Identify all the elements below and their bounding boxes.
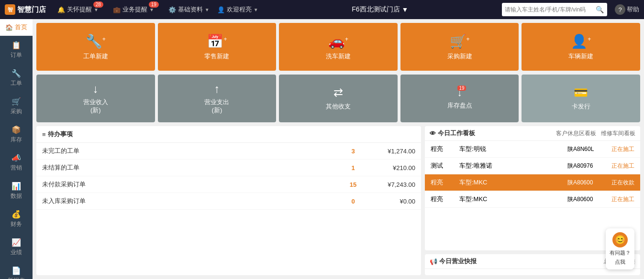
sidebar-item-newreports[interactable]: 📄 新报表	[0, 261, 33, 279]
logo[interactable]: 智 智慧门店	[5, 4, 46, 15]
sidebar-item-workorder[interactable]: 🔧 工单	[0, 64, 33, 92]
performance-icon: 📈	[11, 238, 21, 247]
todo-table: 未完工的工单 3 ¥1,274.00 未结算的工单 1 ¥210.00 未付款采…	[36, 143, 421, 275]
sales-title: 📢 今日营业快报	[430, 257, 604, 266]
todo-panel: ≡ 待办事项 未完工的工单 3 ¥1,274.00 未结算的工单 1 ¥210.…	[36, 126, 421, 275]
question-icon: ?	[615, 4, 625, 15]
search-icon[interactable]: 🔍	[596, 6, 604, 13]
marketing-icon: 📣	[11, 153, 21, 162]
sidebar-home[interactable]: 🏠 首页	[0, 19, 33, 36]
help-bubble[interactable]: 😊 有问题？ 点我	[606, 228, 634, 269]
nav-remind[interactable]: 🔔 关怀提醒 28 ▼	[57, 5, 99, 14]
search-box[interactable]: 🔍	[502, 3, 607, 16]
card-icon: 💳	[574, 86, 588, 99]
car-plus-icon: 🚗+	[328, 33, 348, 49]
finance-icon: 💰	[11, 210, 21, 219]
wb-row[interactable]: 程亮 车型:MKC 陕A80600 正在施工	[425, 191, 640, 208]
remind-badge: 28	[93, 1, 103, 8]
workorder-icon: 🔧	[11, 69, 21, 78]
eye-icon: 👁	[430, 130, 436, 137]
data-icon: 📊	[11, 182, 21, 191]
wb-row[interactable]: 程亮 车型:明锐 陕A8N60L 正在施工	[425, 141, 640, 158]
nav-basic[interactable]: ⚙️ 基础资料 ▼	[168, 5, 210, 14]
briefcase-icon: 💼	[113, 6, 121, 13]
new-vehicle-button[interactable]: 👤+ 车辆新建	[522, 23, 640, 71]
person-plus-icon: 👤+	[571, 33, 591, 49]
content-area: 🔧+ 工单新建 📅+ 零售新建 🚗+ 洗车新建 🛒+ 采购新建 👤+ 车辆新建	[33, 19, 644, 279]
purchase-icon: 🛒	[11, 97, 21, 106]
sales-right-col: 今日进厂 1 台次 今日出厂 0 台次	[537, 275, 634, 275]
sidebar-item-inventory[interactable]: 📦 库存	[0, 120, 33, 149]
todo-row[interactable]: 未入库采购订单 0 ¥0.00	[36, 193, 421, 210]
work-board-header: 👁 今日工作看板 客户休息区看板 维修车间看板	[425, 126, 640, 141]
work-board-title: 👁 今日工作看板	[430, 129, 551, 138]
other-income-button[interactable]: ⇄ 其他收支	[279, 75, 398, 122]
sales-income: 今日收入 0.00 元	[431, 275, 528, 275]
order-icon: 📋	[11, 41, 21, 50]
sidebar-item-marketing[interactable]: 📣 营销	[0, 149, 33, 177]
business-badge: 19	[149, 1, 159, 8]
expense-icon: ↑	[214, 82, 220, 96]
user-icon: 👤	[217, 6, 225, 13]
new-purchase-button[interactable]: 🛒+ 采购新建	[400, 23, 519, 71]
sidebar-item-performance[interactable]: 📈 业绩	[0, 233, 33, 261]
todo-icon: ≡	[42, 131, 46, 138]
sales-enter: 今日进厂 1 台次	[537, 275, 634, 275]
todo-header: ≡ 待办事项	[36, 126, 421, 143]
new-retail-button[interactable]: 📅+ 零售新建	[158, 23, 277, 71]
main-layout: 🏠 首页 📋 订单 🔧 工单 🛒 采购 📦 库存 📣 营销 📊 数据 💰	[0, 19, 644, 279]
cart-plus-icon: 🛒+	[450, 33, 470, 49]
top-nav: 智 智慧门店 🔔 关怀提醒 28 ▼ 💼 业务提醒 19 ▼ ⚙️ 基础资料 ▼…	[0, 0, 644, 19]
transfer-icon: ⇄	[333, 86, 343, 99]
sales-body: 今日收入 0.00 元 今日支出 22.00 元	[425, 269, 640, 275]
todo-row[interactable]: 未付款采购订单 15 ¥7,243.00	[36, 176, 421, 193]
tab-workshop[interactable]: 维修车间看板	[601, 129, 635, 138]
sidebar-item-purchase[interactable]: 🛒 采购	[0, 92, 33, 120]
bottom-area: ≡ 待办事项 未完工的工单 3 ¥1,274.00 未结算的工单 1 ¥210.…	[36, 126, 640, 275]
wb-row-active[interactable]: 程亮 车型:MKC 陕A80600 正在收款	[425, 174, 640, 191]
sales-left-col: 今日收入 0.00 元 今日支出 22.00 元	[431, 275, 528, 275]
search-input[interactable]	[505, 6, 596, 13]
new-carwash-button[interactable]: 🚗+ 洗车新建	[279, 23, 398, 71]
sidebar: 🏠 首页 📋 订单 🔧 工单 🛒 采购 📦 库存 📣 营销 📊 数据 💰	[0, 19, 33, 279]
newreports-icon: 📄	[11, 266, 21, 275]
sidebar-item-order[interactable]: 📋 订单	[0, 36, 33, 64]
revenue-button[interactable]: ↓ 营业收入(新)	[36, 75, 155, 122]
nav-business[interactable]: 💼 业务提醒 19 ▼	[113, 5, 154, 14]
help-bubble-icon: 😊	[612, 232, 628, 247]
settings-icon: ⚙️	[168, 6, 176, 13]
nav-welcome[interactable]: 👤 欢迎程亮 ▼	[217, 5, 258, 14]
home-icon: 🏠	[5, 24, 13, 31]
todo-row[interactable]: 未结算的工单 1 ¥210.00	[36, 160, 421, 176]
bell-icon: 🔔	[57, 6, 65, 13]
sidebar-item-data[interactable]: 📊 数据	[0, 177, 33, 205]
inventory-check-button[interactable]: ↓19 库存盘点	[400, 75, 519, 122]
inventory-icon: 📦	[11, 125, 21, 134]
calendar-plus-icon: 📅+	[207, 33, 227, 49]
new-workorder-button[interactable]: 🔧+ 工单新建	[36, 23, 155, 71]
quick-actions-row1: 🔧+ 工单新建 📅+ 零售新建 🚗+ 洗车新建 🛒+ 采购新建 👤+ 车辆新建	[36, 23, 640, 71]
sidebar-item-finance[interactable]: 💰 财务	[0, 205, 33, 233]
help-button[interactable]: ? 帮助	[615, 4, 639, 15]
tab-customer[interactable]: 客户休息区看板	[556, 129, 596, 138]
wrench-plus-icon: 🔧+	[86, 33, 106, 49]
wb-row[interactable]: 测试 车型:唯雅诺 陕A80976 正在施工	[425, 158, 640, 174]
todo-row[interactable]: 未完工的工单 3 ¥1,274.00	[36, 143, 421, 160]
card-issue-button[interactable]: 💳 卡发行	[522, 75, 640, 122]
expense-button[interactable]: ↑ 营业支出(新)	[158, 75, 277, 122]
megaphone-icon: 📢	[430, 258, 437, 265]
workboard-tabs: 客户休息区看板 维修车间看板	[556, 129, 635, 138]
revenue-icon: ↓	[93, 82, 99, 96]
store-name[interactable]: F6西北测试门店 ▼	[352, 5, 408, 14]
logo-icon: 智	[5, 4, 15, 15]
quick-actions-row2: ↓ 营业收入(新) ↑ 营业支出(新) ⇄ 其他收支 ↓19 库存盘点 💳 卡发…	[36, 75, 640, 122]
inventory-down-icon: ↓19	[457, 87, 462, 98]
